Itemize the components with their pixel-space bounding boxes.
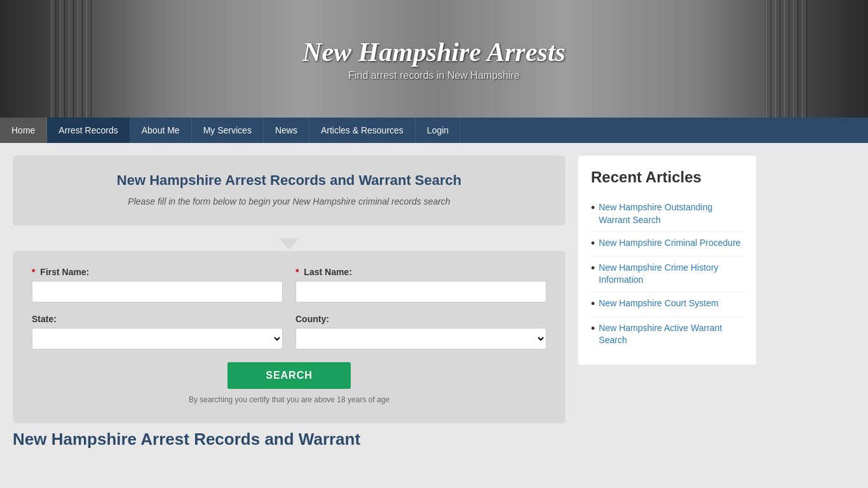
main-content: New Hampshire Arrest Records and Warrant… bbox=[0, 143, 868, 488]
sidebar: Recent Articles • New Hampshire Outstand… bbox=[578, 156, 756, 475]
required-star-last: * bbox=[295, 267, 299, 277]
last-name-label: * Last Name: bbox=[295, 267, 546, 277]
state-select[interactable]: New Hampshire bbox=[32, 328, 283, 349]
navigation: Home Arrest Records About Me My Services… bbox=[0, 118, 868, 143]
bullet-icon: • bbox=[591, 297, 595, 311]
name-row: * First Name: * Last Name: bbox=[32, 267, 546, 302]
nav-about-me[interactable]: About Me bbox=[130, 118, 192, 143]
bullet-icon: • bbox=[591, 201, 595, 215]
state-label: State: bbox=[32, 314, 283, 324]
list-item: • New Hampshire Outstanding Warrant Sear… bbox=[591, 196, 743, 232]
last-name-input[interactable] bbox=[295, 281, 546, 302]
nav-news[interactable]: News bbox=[264, 118, 309, 143]
nav-login[interactable]: Login bbox=[416, 118, 461, 143]
county-label: County: bbox=[295, 314, 546, 324]
bubble-arrow bbox=[280, 238, 299, 250]
article-link-5[interactable]: New Hampshire Active Warrant Search bbox=[599, 322, 743, 347]
search-form-card: * First Name: * Last Name: State: bbox=[13, 251, 566, 423]
list-item: • New Hampshire Criminal Procedure bbox=[591, 232, 743, 257]
site-subtitle: Find arrest records in New Hampshire bbox=[302, 70, 566, 81]
recent-articles-title: Recent Articles bbox=[591, 168, 743, 186]
location-row: State: New Hampshire County: bbox=[32, 314, 546, 349]
nav-arrest-records[interactable]: Arrest Records bbox=[47, 118, 130, 143]
last-name-group: * Last Name: bbox=[295, 267, 546, 302]
search-section: New Hampshire Arrest Records and Warrant… bbox=[13, 156, 566, 475]
search-title-card: New Hampshire Arrest Records and Warrant… bbox=[13, 156, 566, 226]
bars-right bbox=[766, 0, 817, 118]
required-star-first: * bbox=[32, 267, 35, 277]
site-title: New Hampshire Arrests bbox=[302, 37, 566, 67]
first-name-input[interactable] bbox=[32, 281, 283, 302]
nav-articles[interactable]: Articles & Resources bbox=[309, 118, 416, 143]
article-link-3[interactable]: New Hampshire Crime History Information bbox=[599, 262, 743, 287]
search-card-title: New Hampshire Arrest Records and Warrant… bbox=[32, 172, 546, 190]
first-name-group: * First Name: bbox=[32, 267, 283, 302]
article-list: • New Hampshire Outstanding Warrant Sear… bbox=[591, 196, 743, 352]
bullet-icon: • bbox=[591, 322, 595, 336]
search-button[interactable]: SEARCH bbox=[227, 362, 351, 389]
article-link-4[interactable]: New Hampshire Court System bbox=[599, 297, 718, 310]
list-item: • New Hampshire Court System bbox=[591, 292, 743, 317]
list-item: • New Hampshire Crime History Informatio… bbox=[591, 257, 743, 292]
nav-home[interactable]: Home bbox=[0, 118, 47, 143]
county-select[interactable] bbox=[295, 328, 546, 349]
recent-articles-box: Recent Articles • New Hampshire Outstand… bbox=[578, 156, 756, 365]
search-card-subtitle: Please fill in the form below to begin y… bbox=[32, 196, 546, 207]
header-banner: New Hampshire Arrests Find arrest record… bbox=[0, 0, 868, 118]
bottom-heading: New Hampshire Arrest Records and Warrant bbox=[13, 430, 566, 449]
county-group: County: bbox=[295, 314, 546, 349]
certify-text: By searching you certify that you are ab… bbox=[32, 395, 546, 404]
article-link-2[interactable]: New Hampshire Criminal Procedure bbox=[599, 237, 740, 250]
list-item: • New Hampshire Active Warrant Search bbox=[591, 317, 743, 352]
bullet-icon: • bbox=[591, 237, 595, 251]
article-link-1[interactable]: New Hampshire Outstanding Warrant Search bbox=[599, 201, 743, 226]
bars-left bbox=[51, 0, 102, 118]
first-name-label: * First Name: bbox=[32, 267, 283, 277]
nav-services[interactable]: My Services bbox=[192, 118, 264, 143]
search-btn-row: SEARCH bbox=[32, 362, 546, 389]
state-group: State: New Hampshire bbox=[32, 314, 283, 349]
bullet-icon: • bbox=[591, 262, 595, 276]
header-text-block: New Hampshire Arrests Find arrest record… bbox=[302, 37, 566, 81]
